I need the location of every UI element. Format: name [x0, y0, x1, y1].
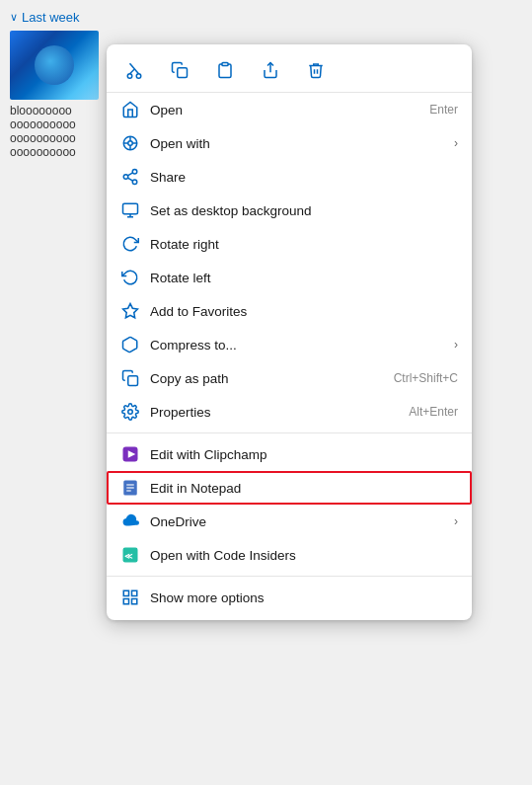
menu-item-properties[interactable]: Properties Alt+Enter	[107, 395, 472, 429]
share-icon	[120, 167, 140, 187]
clipchamp-icon	[120, 444, 140, 464]
open-shortcut: Enter	[429, 103, 458, 117]
menu-item-open[interactable]: Open Enter	[107, 93, 472, 126]
context-menu: Open Enter Open with › Share	[107, 44, 472, 620]
share-toolbar-icon[interactable]	[257, 56, 284, 84]
svg-line-2	[130, 69, 135, 74]
separator-1	[107, 432, 472, 433]
properties-shortcut: Alt+Enter	[409, 405, 458, 419]
menu-item-notepad[interactable]: Edit in Notepad	[107, 471, 472, 505]
menu-item-copy-path[interactable]: Copy as path Ctrl+Shift+C	[107, 361, 472, 395]
clipchamp-label: Edit with Clipchamp	[150, 447, 458, 462]
svg-point-15	[132, 180, 137, 185]
svg-point-1	[136, 74, 141, 79]
compress-label: Compress to...	[150, 338, 454, 353]
copy-path-icon	[120, 368, 140, 388]
file-thumbnail[interactable]	[10, 31, 99, 100]
set-desktop-label: Set as desktop background	[150, 203, 458, 218]
notepad-label: Edit in Notepad	[150, 481, 458, 496]
rotate-left-icon	[120, 268, 140, 287]
onedrive-icon	[120, 511, 140, 531]
open-with-arrow: ›	[454, 136, 458, 150]
file-name: bloooooooooooooooooooooooooooooooooooooo	[10, 104, 99, 159]
svg-rect-5	[222, 63, 228, 66]
favorites-icon	[120, 301, 140, 321]
open-with-label: Open with	[150, 136, 454, 151]
onedrive-arrow: ›	[454, 514, 458, 528]
svg-point-23	[128, 410, 133, 415]
onedrive-label: OneDrive	[150, 514, 454, 529]
menu-item-set-desktop[interactable]: Set as desktop background	[107, 194, 472, 227]
menu-item-rotate-left[interactable]: Rotate left	[107, 261, 472, 294]
svg-point-7	[128, 141, 133, 146]
open-with-icon	[120, 133, 140, 153]
chevron-down-icon: ∨	[10, 11, 18, 24]
open-icon	[120, 100, 140, 119]
vscode-label: Open with Code Insiders	[150, 548, 458, 563]
svg-point-14	[123, 175, 128, 180]
toolbar-row	[107, 50, 472, 93]
copy-path-shortcut: Ctrl+Shift+C	[394, 371, 458, 385]
svg-rect-4	[178, 68, 188, 78]
last-week-label: ∨ Last week	[10, 10, 99, 25]
rotate-right-label: Rotate right	[150, 237, 458, 252]
cut-icon[interactable]	[120, 56, 148, 84]
more-options-icon	[120, 588, 140, 607]
menu-item-vscode[interactable]: ≪ Open with Code Insiders	[107, 538, 472, 572]
separator-2	[107, 576, 472, 577]
svg-marker-21	[123, 304, 138, 318]
compress-arrow: ›	[454, 338, 458, 352]
svg-line-16	[127, 178, 132, 181]
compress-icon	[120, 335, 140, 354]
rotate-left-label: Rotate left	[150, 271, 458, 285]
favorites-label: Add to Favorites	[150, 304, 458, 319]
paste-icon[interactable]	[211, 56, 239, 84]
menu-item-onedrive[interactable]: OneDrive ›	[107, 505, 472, 538]
properties-label: Properties	[150, 405, 409, 420]
rotate-right-icon	[120, 234, 140, 254]
set-desktop-icon	[120, 200, 140, 220]
copy-path-label: Copy as path	[150, 371, 394, 386]
last-week-section: ∨ Last week bloooooooooooooooooooooooooo…	[0, 0, 109, 169]
menu-item-clipchamp[interactable]: Edit with Clipchamp	[107, 437, 472, 471]
svg-point-13	[132, 170, 137, 175]
notepad-icon	[120, 478, 140, 498]
svg-text:≪: ≪	[124, 552, 133, 561]
menu-item-compress[interactable]: Compress to... ›	[107, 328, 472, 361]
more-options-label: Show more options	[150, 590, 458, 605]
properties-icon	[120, 402, 140, 422]
vscode-icon: ≪	[120, 545, 140, 565]
share-label: Share	[150, 170, 458, 185]
menu-item-share[interactable]: Share	[107, 160, 472, 194]
svg-point-0	[127, 74, 132, 79]
svg-line-17	[127, 173, 132, 176]
svg-rect-18	[123, 203, 138, 214]
menu-item-rotate-right[interactable]: Rotate right	[107, 227, 472, 261]
menu-item-add-favorites[interactable]: Add to Favorites	[107, 294, 472, 328]
svg-rect-22	[128, 376, 138, 386]
delete-icon[interactable]	[302, 56, 330, 84]
menu-item-more-options[interactable]: Show more options	[107, 581, 472, 614]
open-label: Open	[150, 103, 429, 118]
menu-item-open-with[interactable]: Open with ›	[107, 126, 472, 160]
copy-icon[interactable]	[166, 56, 193, 84]
